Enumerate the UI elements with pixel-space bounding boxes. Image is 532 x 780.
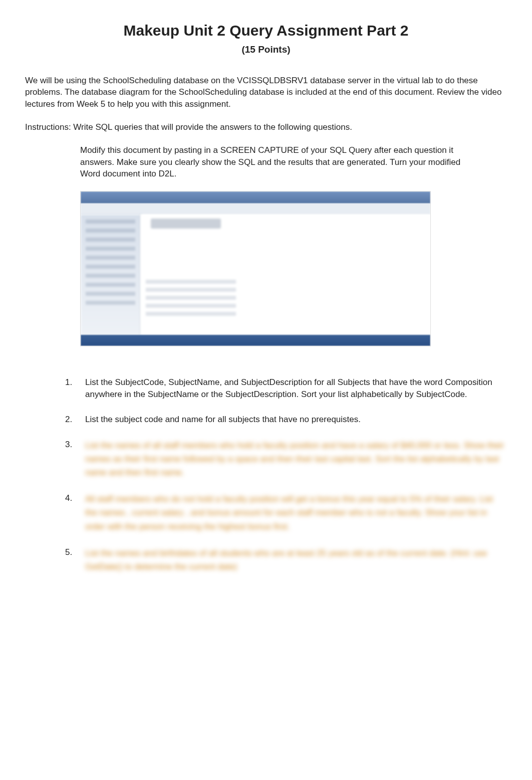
screenshot-right-panel	[141, 215, 430, 335]
screenshot-menubar	[81, 204, 430, 215]
question-text-blurred: List the names and birthdates of all stu…	[85, 548, 487, 571]
question-text-blurred: All staff members who do not hold a facu…	[85, 494, 493, 531]
question-item: All staff members who do not hold a facu…	[75, 492, 507, 533]
question-item: List the SubjectCode, SubjectName, and S…	[75, 376, 507, 401]
question-text-blurred: List the names of all staff members who …	[85, 441, 504, 477]
intro-paragraph: We will be using the SchoolScheduling da…	[25, 75, 507, 110]
question-text: List the SubjectCode, SubjectName, and S…	[85, 377, 492, 399]
document-title: Makeup Unit 2 Query Assignment Part 2	[25, 20, 507, 41]
question-item: List the names and birthdates of all stu…	[75, 546, 507, 573]
screenshot-left-panel	[81, 215, 141, 335]
screenshot-statusbar	[81, 335, 430, 346]
screenshot-body	[81, 215, 430, 335]
instructions-heading: Instructions: Write SQL queries that wil…	[25, 121, 507, 133]
question-item: List the names of all staff members who …	[75, 439, 507, 480]
question-text: List the subject code and name for all s…	[85, 415, 361, 424]
example-screenshot	[80, 191, 431, 346]
screenshot-titlebar	[81, 191, 430, 204]
question-item: List the subject code and name for all s…	[75, 414, 507, 426]
indented-note: Modify this document by pasting in a SCR…	[80, 144, 482, 180]
document-subtitle: (15 Points)	[25, 43, 507, 57]
questions-list: List the SubjectCode, SubjectName, and S…	[55, 376, 507, 573]
